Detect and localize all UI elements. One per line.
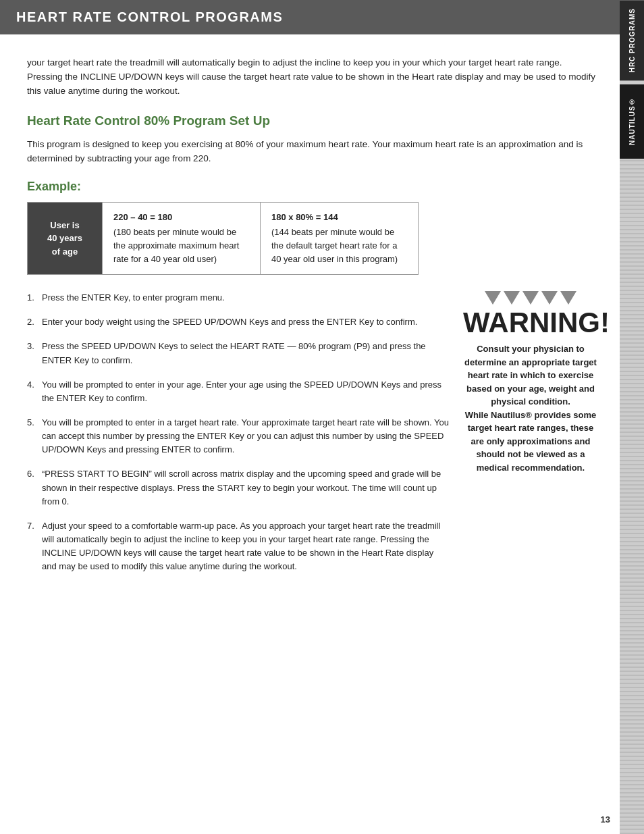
warning-triangle-5 xyxy=(560,291,576,305)
sidebar-tab-nautilus-label: NAUTILUS® xyxy=(628,98,636,146)
warning-triangle-3 xyxy=(522,291,539,305)
example-cell-calc2: 180 x 80% = 144 (144 beats per minute wo… xyxy=(260,203,418,275)
step-num-3: 3. xyxy=(27,340,34,353)
main-content: your target heart rate the treadmill wil… xyxy=(0,34,620,611)
step-item-3: 3.Press the SPEED UP/DOWN Keys to select… xyxy=(27,340,450,367)
step-item-7: 7.Adjust your speed to a comfortable war… xyxy=(27,519,450,574)
step-num-1: 1. xyxy=(27,291,34,305)
steps-list: 1.Press the ENTER Key, to enter program … xyxy=(27,291,450,573)
step-num-7: 7. xyxy=(27,519,34,533)
warning-title: WARNING! xyxy=(463,309,598,337)
step-num-4: 4. xyxy=(27,378,34,392)
sidebar: HRC PROGRAMS NAUTILUS® xyxy=(620,0,644,834)
intro-paragraph: your target heart rate the treadmill wil… xyxy=(27,56,598,99)
step-item-5: 5.You will be prompted to enter in a tar… xyxy=(27,416,450,457)
page-title: HEART RATE CONTROL PROGRAMS xyxy=(16,9,283,25)
example-cell-calc1: 220 – 40 = 180 (180 beats per minute wou… xyxy=(102,203,260,275)
warning-approximations: these are only approximations and should… xyxy=(471,423,594,473)
step-item-4: 4.You will be prompted to enter in your … xyxy=(27,378,450,405)
warning-triangle-4 xyxy=(541,291,558,305)
example-heading: Example: xyxy=(27,180,598,194)
step-item-1: 1.Press the ENTER Key, to enter program … xyxy=(27,291,450,305)
page-number: 13 xyxy=(601,814,610,825)
content-columns: 1.Press the ENTER Key, to enter program … xyxy=(27,291,598,584)
section-heading: Heart Rate Control 80% Program Set Up xyxy=(27,113,598,128)
warning-triangles xyxy=(463,291,598,305)
example-calc2-text: (144 beats per minute would be the defau… xyxy=(271,227,398,264)
example-calc1-text: (180 beats per minute would be the appro… xyxy=(113,227,239,264)
warning-column: WARNING! Consult your physician to deter… xyxy=(463,291,598,584)
warning-consult: Consult your physician to determine an a… xyxy=(464,344,597,407)
sidebar-tab-nautilus: NAUTILUS® xyxy=(620,84,644,159)
section-description: This program is designed to keep you exe… xyxy=(27,138,598,166)
step-num-6: 6. xyxy=(27,467,34,481)
sidebar-texture xyxy=(620,160,644,834)
sidebar-tab-hrc-label: HRC PROGRAMS xyxy=(628,8,636,72)
example-calc2-bold: 180 x 80% = 144 xyxy=(271,211,407,224)
warning-text: Consult your physician to determine an a… xyxy=(463,342,598,474)
warning-triangle-2 xyxy=(504,291,520,305)
warning-body: Consult your physician to determine an a… xyxy=(464,344,597,473)
step-item-2: 2.Enter your body weight using the SPEED… xyxy=(27,315,450,329)
step-num-2: 2. xyxy=(27,315,34,329)
example-calc1-bold: 220 – 40 = 180 xyxy=(113,211,249,224)
warning-triangle-1 xyxy=(485,291,501,305)
example-user-label: User is40 yearsof age xyxy=(47,219,82,259)
step-item-6: 6.“PRESS START TO BEGIN” will scroll acr… xyxy=(27,467,450,508)
page-header: HEART RATE CONTROL PROGRAMS xyxy=(0,0,644,34)
warning-box: WARNING! Consult your physician to deter… xyxy=(463,291,598,474)
sidebar-tab-hrc: HRC PROGRAMS xyxy=(620,0,644,80)
step-num-5: 5. xyxy=(27,416,34,429)
example-cell-user: User is40 yearsof age xyxy=(28,203,102,275)
steps-column: 1.Press the ENTER Key, to enter program … xyxy=(27,291,450,584)
example-table: User is40 yearsof age 220 – 40 = 180 (18… xyxy=(27,202,419,276)
